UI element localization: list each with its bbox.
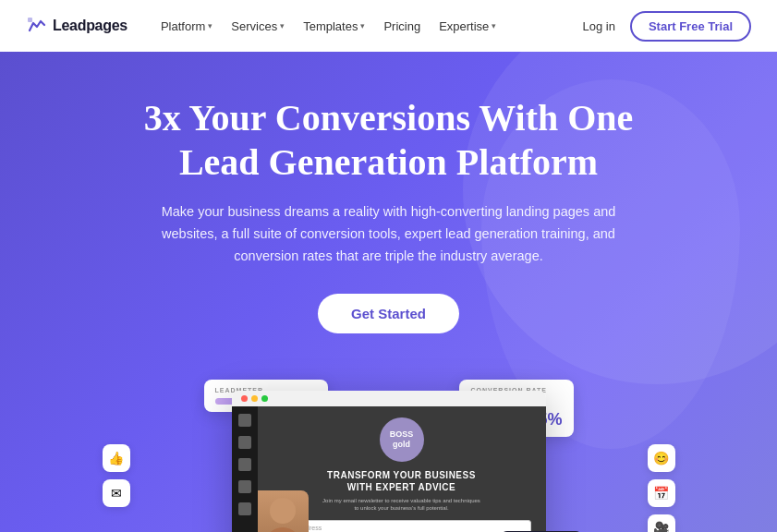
nav-links: Platform ▾ Services ▾ Templates ▾ Pricin… xyxy=(153,14,583,39)
nav-templates[interactable]: Templates ▾ xyxy=(296,14,372,39)
hero-subtitle: Make your business dreams a reality with… xyxy=(149,201,629,268)
start-free-trial-button[interactable]: Start Free Trial xyxy=(630,11,751,42)
browser-sidebar xyxy=(232,406,258,532)
sidebar-tool-1 xyxy=(238,414,251,427)
browser-mock: BOSSgold TRANSFORM YOUR BUSINESSwith EXP… xyxy=(232,391,546,532)
nav-actions: Log in Start Free Trial xyxy=(583,11,751,42)
get-started-button[interactable]: Get Started xyxy=(318,294,459,333)
chevron-down-icon: ▾ xyxy=(492,21,496,30)
login-link[interactable]: Log in xyxy=(583,19,615,33)
hero-content: 3x Your Conversions With One Lead Genera… xyxy=(112,96,666,333)
logo-text: Leadpages xyxy=(53,18,127,34)
thumbs-up-icon-btn[interactable]: 👍 xyxy=(103,444,130,472)
chevron-down-icon: ▾ xyxy=(208,21,212,30)
browser-bar xyxy=(232,391,546,406)
svg-rect-0 xyxy=(28,18,32,22)
right-icon-group: 😊 📅 🎥 ⏰ xyxy=(648,444,675,532)
nav-pricing[interactable]: Pricing xyxy=(376,14,428,39)
left-icon-group: 👍 ✉ xyxy=(103,444,130,507)
sidebar-tool-2 xyxy=(238,436,251,449)
nav-services[interactable]: Services ▾ xyxy=(224,14,292,39)
person-body xyxy=(264,527,301,532)
browser-maximize-dot xyxy=(261,395,268,402)
navbar: Leadpages Platform ▾ Services ▾ Template… xyxy=(0,0,777,52)
video-icon-btn[interactable]: 🎥 xyxy=(648,514,675,532)
person-image xyxy=(258,490,309,532)
logo[interactable]: Leadpages xyxy=(26,16,127,36)
browser-minimize-dot xyxy=(251,395,258,402)
emoji-icon-btn[interactable]: 😊 xyxy=(648,444,675,472)
sidebar-tool-3 xyxy=(238,458,251,471)
chevron-down-icon: ▾ xyxy=(280,21,285,30)
mail-icon-btn[interactable]: ✉ xyxy=(103,479,130,507)
hero-title: 3x Your Conversions With One Lead Genera… xyxy=(130,96,648,185)
browser-content: BOSSgold TRANSFORM YOUR BUSINESSwith EXP… xyxy=(232,406,546,532)
sidebar-tool-5 xyxy=(238,502,251,515)
hero-section: 3x Your Conversions With One Lead Genera… xyxy=(0,52,777,532)
chevron-down-icon: ▾ xyxy=(360,21,365,30)
brand-logo-circle: BOSSgold xyxy=(380,417,424,462)
nav-platform[interactable]: Platform ▾ xyxy=(153,14,220,39)
calendar-icon-btn[interactable]: 📅 xyxy=(648,479,675,507)
browser-close-dot xyxy=(241,395,248,402)
hero-mockup: LEADMETER CONVERSION RATE 55% xyxy=(0,361,777,532)
person-head xyxy=(270,498,296,524)
landing-headline: TRANSFORM YOUR BUSINESSwith EXPERT ADVIC… xyxy=(327,469,476,493)
logo-icon xyxy=(26,16,46,36)
landing-page-preview: BOSSgold TRANSFORM YOUR BUSINESSwith EXP… xyxy=(258,406,546,532)
landing-sub: Join my email newsletter to receive valu… xyxy=(322,497,480,513)
nav-expertise[interactable]: Expertise ▾ xyxy=(431,14,504,39)
sidebar-tool-4 xyxy=(238,480,251,493)
email-input-mock: Email Address xyxy=(273,520,531,532)
